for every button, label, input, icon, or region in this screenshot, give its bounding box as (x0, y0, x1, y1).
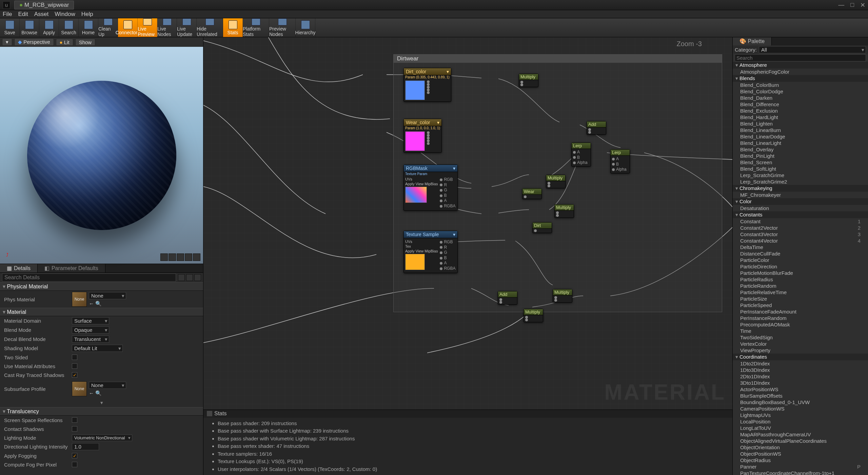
toolbar-hide-unrelated-button[interactable]: Hide Unrelated (197, 18, 223, 37)
preview-viewport[interactable]: ⤴ (0, 47, 203, 264)
palette-item[interactable]: MapARPassthroughCameraUV (733, 431, 868, 438)
palette-item[interactable]: Blend_PinLight (733, 153, 868, 159)
eye-icon[interactable] (186, 274, 193, 281)
phys-material-thumb[interactable]: None (72, 292, 87, 307)
palette-category[interactable]: Atmosphere (733, 62, 868, 69)
palette-item[interactable]: Constant3Vector3 (733, 231, 868, 238)
palette-category[interactable]: Chromakeying (733, 185, 868, 192)
palette-item[interactable]: LightmapUVs (733, 412, 868, 418)
node-rgbmask[interactable]: RGBMask▾ Texture Param UVs Apply View Mi… (403, 165, 458, 211)
node-multiply-2[interactable]: Multiply (546, 175, 566, 188)
palette-item[interactable]: LongLatToUV (733, 425, 868, 431)
palette-item[interactable]: Blend_ColorBurn (733, 82, 868, 88)
palette-item[interactable]: Constant2Vector2 (733, 225, 868, 231)
maximize-button[interactable]: □ (850, 1, 854, 9)
palette-item[interactable]: CameraPositionWS (733, 405, 868, 412)
node-multiply-5[interactable]: Multiply (553, 289, 572, 303)
subsurf-browse-icon[interactable]: 🔍 (95, 390, 102, 396)
show-button[interactable]: Show (75, 39, 96, 46)
toolbar-hierarchy-button[interactable]: Hierarchy (296, 18, 315, 37)
material-domain-dropdown[interactable]: Surface (72, 317, 109, 324)
palette-item[interactable]: TwoSidedSign (733, 334, 868, 341)
section-physical-material[interactable]: Physical Material (0, 282, 203, 291)
toolbar-clean-up-button[interactable]: Clean Up (98, 18, 118, 37)
node-dirt[interactable]: Dirt (532, 222, 552, 233)
dli-input[interactable]: 1.0 (72, 443, 99, 450)
shape-cube-button[interactable] (185, 253, 192, 261)
palette-category[interactable]: Color (733, 198, 868, 205)
palette-item[interactable]: 1Dto3DIndex (733, 367, 868, 373)
palette-item[interactable]: Blend_Screen (733, 159, 868, 166)
palette-category[interactable]: Blends (733, 75, 868, 82)
shape-plane-button[interactable] (177, 253, 184, 261)
compute-fog-checkbox[interactable] (72, 462, 77, 467)
node-multiply-3[interactable]: Multiply (554, 204, 574, 218)
menu-file[interactable]: File (3, 11, 12, 18)
palette-item[interactable]: Blend_LinearDodge (733, 133, 868, 140)
toolbar-home-button[interactable]: Home (79, 18, 98, 37)
toolbar-save-button[interactable]: Save (0, 18, 20, 37)
palette-item[interactable]: ViewProperty (733, 347, 868, 354)
palette-item[interactable]: ParticleMotionBlurFade (733, 270, 868, 276)
palette-item[interactable]: PrecomputedAOMask (733, 321, 868, 328)
palette-item[interactable]: LocalPosition (733, 418, 868, 425)
minimize-button[interactable]: — (838, 1, 844, 9)
subsurface-dropdown[interactable]: None (89, 382, 126, 389)
node-wear-color[interactable]: Wear_color▾ Param (1.0, 0.0, 1.0, 1) (403, 119, 442, 153)
lighting-mode-dropdown[interactable]: Volumetric NonDirectional (72, 435, 132, 441)
palette-item[interactable]: Time (733, 328, 868, 334)
palette-item[interactable]: Lerp_ScratchGrime (733, 172, 868, 178)
two-sided-checkbox[interactable] (72, 355, 77, 360)
toolbar-apply-button[interactable]: Apply (39, 18, 59, 37)
node-multiply-1[interactable]: Multiply (519, 74, 538, 87)
toolbar-live-preview-button[interactable]: Live Preview (138, 18, 157, 37)
palette-item[interactable]: Blend_LinearLight (733, 140, 868, 146)
filter-icon[interactable] (194, 274, 201, 281)
section-translucency[interactable]: Translucency (0, 407, 203, 416)
toolbar-platform-stats-button[interactable]: Platform Stats (243, 18, 269, 37)
perspective-button[interactable]: ◆ Perspective (14, 38, 54, 46)
node-add[interactable]: Add (587, 121, 606, 135)
cast-ray-shadows-checkbox[interactable] (72, 372, 77, 378)
decal-blend-dropdown[interactable]: Translucent (72, 336, 109, 343)
palette-item[interactable]: PanTextureCoordinateChannelfrom-1to+1 (733, 470, 868, 475)
toolbar-browse-button[interactable]: Browse (20, 18, 39, 37)
lit-button[interactable]: ● Lit (56, 39, 73, 46)
menu-asset[interactable]: Asset (34, 11, 49, 18)
palette-item[interactable]: ParticleRelativeTime (733, 289, 868, 296)
palette-item[interactable]: 1Dto2DIndex (733, 360, 868, 367)
toolbar-stats-button[interactable]: Stats (223, 18, 243, 37)
palette-item[interactable]: PerInstanceFadeAmount (733, 308, 868, 315)
palette-item[interactable]: Blend_Difference (733, 101, 868, 108)
subsurf-reset-arrow-icon[interactable]: ← (89, 390, 94, 396)
palette-item[interactable]: VertexColor (733, 341, 868, 347)
contact-shadows-checkbox[interactable] (72, 426, 77, 432)
stats-tab[interactable]: Stats (203, 410, 732, 418)
section-material[interactable]: Material (0, 308, 203, 316)
search-details-input[interactable] (2, 273, 176, 282)
search-icon[interactable] (178, 274, 185, 281)
palette-item[interactable]: Desaturation (733, 205, 868, 211)
node-wear[interactable]: Wear (522, 188, 542, 199)
palette-item[interactable]: Constant4Vector4 (733, 238, 868, 244)
palette-category-dropdown[interactable]: All (759, 46, 866, 53)
palette-item[interactable]: ObjectRadius (733, 457, 868, 463)
menu-edit[interactable]: Edit (18, 11, 28, 18)
ssr-checkbox[interactable] (72, 417, 77, 423)
palette-item[interactable]: ParticleSize (733, 296, 868, 302)
window-tab[interactable]: ● M_RCB_wipwear (14, 1, 74, 10)
menu-help[interactable]: Help (81, 11, 93, 18)
palette-item[interactable]: BlurSampleOffsets (733, 393, 868, 399)
material-graph[interactable]: Dirtwear Zoom -3 MATERIAL Dirt_color▾ Pa… (203, 37, 732, 410)
node-dirt-color[interactable]: Dirt_color▾ Param (0.305, 0.443, 0.89, 1… (403, 68, 451, 102)
tab-parameter-defaults[interactable]: ◧Parameter Defaults (38, 264, 105, 272)
palette-item[interactable]: DistanceCullFade (733, 250, 868, 257)
use-material-attr-checkbox[interactable] (72, 363, 77, 369)
node-lerp-2[interactable]: LerpABAlpha (610, 149, 630, 173)
palette-item[interactable]: ObjectAlignedVirtualPlaneCoordinates (733, 438, 868, 444)
palette-item[interactable]: Blend_ColorDodge (733, 88, 868, 95)
tab-details[interactable]: ▦Details (0, 264, 38, 272)
blend-mode-dropdown[interactable]: Opaque (72, 326, 109, 334)
shape-mesh-button[interactable] (193, 253, 200, 261)
shading-model-dropdown[interactable]: Default Lit (72, 345, 123, 352)
